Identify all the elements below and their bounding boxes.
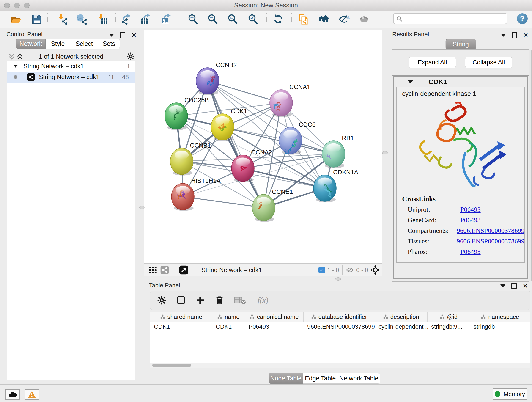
section-collapse-icon[interactable]: [408, 80, 413, 83]
cell-canonical-name[interactable]: P06493: [245, 322, 304, 332]
export-image-button[interactable]: [160, 13, 173, 25]
column-header-canonical-name[interactable]: canonical name: [245, 312, 304, 322]
network-node-HIST1H1A[interactable]: HIST1H1A: [171, 177, 221, 211]
houses-button[interactable]: [317, 13, 330, 25]
table-horizontal-scrollbar[interactable]: [150, 363, 530, 368]
gear-icon[interactable]: [127, 52, 135, 61]
cloud-button[interactable]: [5, 389, 20, 400]
memory-button[interactable]: Memory: [493, 388, 527, 400]
expand-all-chevron-icon[interactable]: [17, 53, 23, 60]
tab-network-table[interactable]: Network Table: [337, 373, 380, 384]
close-panel-icon[interactable]: ✕: [131, 33, 137, 38]
table-toolbar: f(x): [150, 291, 530, 310]
zoom-fit-content-button[interactable]: [226, 13, 239, 25]
crosslink-tissues-link[interactable]: 9606.ENSP00000378699: [457, 237, 525, 245]
table-row[interactable]: CDK1 CDK1 P06493 9606.ENSP00000378699 cy…: [150, 322, 530, 332]
cell-database-identifier[interactable]: 9606.ENSP00000378699: [304, 322, 375, 332]
collapse-panel-icon[interactable]: [501, 34, 506, 37]
cell-shared-name[interactable]: CDK1: [150, 322, 212, 332]
clear-table-button[interactable]: [234, 296, 246, 305]
zoom-in-button[interactable]: [186, 13, 199, 25]
collapse-all-chevron-icon[interactable]: [8, 53, 15, 60]
hidden-counter: 0 - 0: [346, 267, 368, 274]
crosslink-uniprot-link[interactable]: P06493: [460, 206, 481, 213]
float-panel-icon[interactable]: [512, 32, 517, 38]
network-node-CCNE1[interactable]: CCNE1: [252, 188, 293, 222]
network-edge[interactable]: [208, 81, 264, 208]
cell-id[interactable]: stringdb:9...: [428, 322, 470, 332]
protein-section-header[interactable]: CDK1: [394, 77, 527, 87]
tree-expand-icon[interactable]: [13, 65, 18, 68]
float-panel-icon[interactable]: [120, 32, 125, 38]
close-panel-icon[interactable]: ✕: [523, 33, 528, 38]
network-node-CDK1[interactable]: CDK1: [211, 108, 247, 141]
network-canvas[interactable]: CCNB2CCNA1CDC25BCDK1CDC6RB1CCNB1CCNA2CDK…: [144, 30, 382, 264]
apply-layout-button[interactable]: [272, 13, 285, 25]
crosslink-genecard-link[interactable]: P06493: [460, 216, 481, 224]
save-session-button[interactable]: [30, 13, 43, 25]
column-header-id[interactable]: @id: [428, 312, 470, 322]
fit-selection-button[interactable]: [370, 265, 380, 275]
network-node-CDC25B[interactable]: CDC25B: [165, 97, 209, 130]
import-table-from-file-button[interactable]: [96, 13, 109, 25]
column-header-name[interactable]: name: [212, 312, 245, 322]
tab-string[interactable]: String: [446, 39, 476, 50]
left-splitter-handle[interactable]: [139, 206, 145, 209]
network-row-selected[interactable]: String Network – cdk1 11 48: [7, 71, 135, 83]
tab-edge-table[interactable]: Edge Table: [303, 373, 337, 384]
column-header-description[interactable]: description: [375, 312, 428, 322]
birdseye-view-button[interactable]: [179, 265, 189, 275]
selected-checkbox-icon[interactable]: ✓: [318, 267, 325, 273]
expand-all-button[interactable]: Expand All: [409, 57, 456, 68]
clone-network-button[interactable]: [297, 13, 310, 25]
eye-button[interactable]: [358, 13, 370, 25]
zoom-selected-button[interactable]: [247, 13, 259, 25]
network-node-CDKN1A[interactable]: CDKN1A: [313, 169, 358, 202]
cell-name[interactable]: CDK1: [212, 322, 245, 332]
collapse-panel-icon[interactable]: [109, 34, 114, 37]
help-button[interactable]: ?: [517, 13, 528, 24]
close-panel-icon[interactable]: ✕: [523, 284, 528, 288]
crosslink-pharos-link[interactable]: P06493: [460, 248, 481, 255]
right-splitter-handle[interactable]: [382, 151, 388, 154]
results-scrollbar[interactable]: [529, 50, 532, 281]
tab-node-table[interactable]: Node Table: [268, 373, 303, 384]
cell-description[interactable]: cyclin-dependent ...: [375, 322, 428, 332]
collapse-panel-icon[interactable]: [500, 284, 505, 287]
search-input[interactable]: [393, 13, 507, 24]
network-grid-view-button[interactable]: [148, 265, 158, 275]
column-header-namespace[interactable]: namespace: [470, 312, 530, 322]
zoom-out-button[interactable]: [206, 13, 219, 25]
cell-namespace[interactable]: stringdb: [470, 322, 530, 332]
show-columns-button[interactable]: [177, 296, 186, 305]
table-settings-button[interactable]: [157, 296, 166, 305]
network-edge[interactable]: [183, 197, 264, 208]
export-table-button[interactable]: [139, 13, 152, 25]
delete-columns-button[interactable]: [215, 296, 224, 305]
create-column-button[interactable]: [196, 296, 205, 305]
open-session-button[interactable]: [10, 13, 22, 25]
import-network-from-database-button[interactable]: [75, 13, 88, 25]
crosslink-compartments-link[interactable]: 9606.ENSP00000378699: [457, 227, 525, 235]
float-panel-icon[interactable]: [511, 283, 517, 289]
network-node-RB1[interactable]: RB1: [322, 135, 354, 168]
node-label: HIST1H1A: [191, 177, 221, 184]
column-header-database-identifier[interactable]: database identifier: [304, 312, 375, 322]
export-network-button[interactable]: [120, 13, 133, 25]
tab-select[interactable]: Select: [70, 38, 98, 49]
tab-style[interactable]: Style: [46, 38, 70, 49]
function-builder-button[interactable]: f(x): [256, 296, 270, 305]
column-header-shared-name[interactable]: shared name: [150, 312, 212, 322]
network-node-CDC6[interactable]: CDC6: [279, 121, 316, 155]
network-collection-row[interactable]: String Network – cdk1 1: [7, 61, 135, 71]
network-node-CCNB2[interactable]: CCNB2: [196, 62, 237, 95]
import-network-from-file-button[interactable]: [56, 13, 69, 25]
warnings-button[interactable]: [25, 389, 39, 400]
eye-crossed-button[interactable]: [337, 13, 350, 25]
collapse-all-button[interactable]: Collapse All: [465, 57, 512, 68]
network-share-view-button[interactable]: [160, 265, 170, 275]
tab-sets[interactable]: Sets: [98, 38, 120, 49]
crosslink-row: Tissues: 9606.ENSP00000378699: [408, 236, 525, 246]
scrollbar-thumb[interactable]: [152, 364, 191, 367]
tab-network[interactable]: Network: [16, 38, 46, 49]
